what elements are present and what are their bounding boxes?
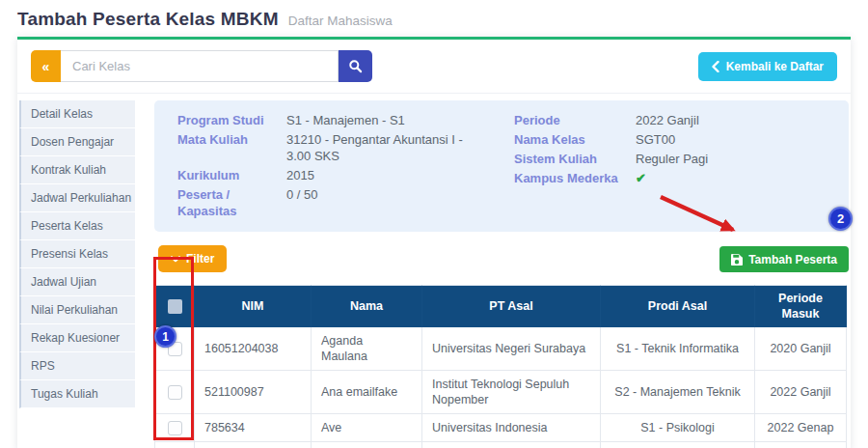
cell-nama: Ana emailfake <box>312 371 422 414</box>
sidebar-item-kontrak-kuliah[interactable]: Kontrak Kuliah <box>19 156 135 184</box>
filter-button-label: Filter <box>186 252 214 266</box>
info-value: 0 / 50 <box>286 186 318 219</box>
checkbox-cell <box>155 442 195 448</box>
cell-nama: CAMILA ROJIDO <box>312 442 422 448</box>
select-all-header-cell <box>155 286 195 327</box>
info-value: SGT00 <box>636 131 675 148</box>
info-label: Nama Kelas <box>514 131 636 148</box>
info-value: 2015 <box>286 167 314 183</box>
header-prodi-asal: Prodi Asal <box>601 286 755 327</box>
cell-prodi: S1 - Teknik Informatika <box>601 327 755 371</box>
table-row: 23317CAMILA ROJIDOUniversitas Gadjah Mad… <box>155 442 847 448</box>
cell-pt: Institut Teknologi Sepuluh Nopember <box>422 371 601 414</box>
content-area: Detail KelasDosen PengajarKontrak Kuliah… <box>17 94 851 448</box>
info-row: Periode2022 Ganjil <box>514 112 826 128</box>
table-row: 785634AveUniversitas IndonesiaS1 - Psiko… <box>155 414 847 442</box>
sidebar-item-rps[interactable]: RPS <box>19 352 135 380</box>
cell-nama: Aganda Maulana <box>312 327 422 371</box>
class-info-right-column: Periode2022 GanjilNama KelasSGT00Sistem … <box>514 112 826 222</box>
students-table: NIM Nama PT Asal Prodi Asal Periode Masu… <box>154 285 847 448</box>
page-header: Tambah Peserta Kelas MBKM Daftar Mahasis… <box>0 0 868 37</box>
info-row: Sistem KuliahReguler Pagi <box>514 151 826 167</box>
cell-prodi: S1 - Penyuluhan dan Komunikasi Pertanian <box>601 442 755 448</box>
info-row: Peserta / Kapasitas0 / 50 <box>177 186 489 219</box>
cell-nim: 23317 <box>195 442 312 448</box>
collapse-sidebar-button[interactable]: « <box>31 50 61 82</box>
class-search-group: « <box>31 50 372 82</box>
header-pt-asal: PT Asal <box>422 286 601 327</box>
cell-periode: 2022 Genap <box>755 414 847 442</box>
cell-periode: 2022 Ganjil <box>755 371 847 414</box>
sidebar-item-dosen-pengajar[interactable]: Dosen Pengajar <box>19 128 135 156</box>
info-label: Kampus Mederka <box>514 170 636 186</box>
info-row: Nama KelasSGT00 <box>514 131 826 148</box>
sidebar-item-detail-kelas[interactable]: Detail Kelas <box>19 100 135 128</box>
add-participant-button[interactable]: Tambah Peserta <box>719 246 849 272</box>
table-row: 16051204038Aganda MaulanaUniversitas Neg… <box>155 327 847 371</box>
check-icon: ✔ <box>636 170 646 186</box>
search-icon <box>348 59 363 73</box>
annotation-step-1-badge: 1 <box>154 325 176 348</box>
page-title: Tambah Peserta Kelas MBKM <box>17 9 279 30</box>
sidebar: Detail KelasDosen PengajarKontrak Kuliah… <box>19 100 135 448</box>
row-checkbox[interactable] <box>168 421 182 435</box>
info-value: 2022 Ganjil <box>636 112 699 128</box>
table-header-row: NIM Nama PT Asal Prodi Asal Periode Masu… <box>155 286 847 327</box>
toolbar: « Kembali k <box>17 40 851 94</box>
search-button[interactable] <box>339 50 372 82</box>
chevron-down-icon <box>171 256 180 263</box>
select-all-checkbox[interactable] <box>168 299 182 314</box>
info-row: Program StudiS1 - Manajemen - S1 <box>177 112 489 128</box>
table-row: 521100987Ana emailfakeInstitut Teknologi… <box>155 371 847 414</box>
info-label: Mata Kuliah <box>177 131 286 164</box>
chevron-left-icon <box>712 61 719 72</box>
cell-periode: 2022 Ganjil <box>755 442 847 448</box>
students-table-wrap: NIM Nama PT Asal Prodi Asal Periode Masu… <box>154 285 849 448</box>
cell-pt: Universitas Gadjah Mada <box>422 442 601 448</box>
cell-pt: Universitas Indonesia <box>422 414 601 442</box>
class-info-left-column: Program StudiS1 - Manajemen - S1Mata Kul… <box>177 112 489 222</box>
header-periode-masuk: Periode Masuk <box>755 286 847 327</box>
info-label: Sistem Kuliah <box>514 151 636 167</box>
double-chevron-left-icon: « <box>42 59 50 74</box>
page-subtitle: Daftar Mahasiswa <box>288 14 393 28</box>
main-panel: Program StudiS1 - Manajemen - S1Mata Kul… <box>154 100 849 448</box>
checkbox-cell <box>155 371 195 414</box>
cell-nim: 16051204038 <box>195 327 312 371</box>
cell-nim: 785634 <box>195 414 312 442</box>
cell-prodi: S1 - Psikologi <box>601 414 755 442</box>
sidebar-item-presensi-kelas[interactable]: Presensi Kelas <box>19 240 135 268</box>
annotation-step-2-badge: 2 <box>828 207 853 231</box>
students-table-body: 16051204038Aganda MaulanaUniversitas Neg… <box>155 327 847 448</box>
cell-nama: Ave <box>312 414 422 442</box>
filter-button[interactable]: Filter <box>158 245 227 272</box>
actions-row: Filter Tambah Peserta <box>154 245 849 272</box>
cell-nim: 521100987 <box>195 371 312 414</box>
save-disk-icon <box>731 254 743 266</box>
info-label: Periode <box>514 112 636 128</box>
back-to-list-button[interactable]: Kembali ke Daftar <box>698 52 837 81</box>
main-card: « Kembali k <box>17 37 851 448</box>
sidebar-item-rekap-kuesioner[interactable]: Rekap Kuesioner <box>19 324 135 352</box>
sidebar-item-nilai-perkuliahan[interactable]: Nilai Perkuliahan <box>19 296 135 324</box>
back-button-label: Kembali ke Daftar <box>726 60 824 73</box>
info-label: Peserta / Kapasitas <box>177 186 286 219</box>
info-value: Reguler Pagi <box>636 151 708 167</box>
class-info-panel: Program StudiS1 - Manajemen - S1Mata Kul… <box>154 100 849 232</box>
search-input[interactable] <box>61 50 339 82</box>
sidebar-item-jadwal-perkuliahan[interactable]: Jadwal Perkuliahan <box>19 184 135 212</box>
cell-periode: 2020 Ganjil <box>755 327 847 371</box>
app-window: Tambah Peserta Kelas MBKM Daftar Mahasis… <box>0 0 868 448</box>
info-value: 31210 - Pengantar Akuntansi I - 3.00 SKS <box>286 131 489 164</box>
sidebar-item-jadwal-ujian[interactable]: Jadwal Ujian <box>19 268 135 296</box>
header-nim: NIM <box>195 286 312 327</box>
sidebar-item-peserta-kelas[interactable]: Peserta Kelas <box>19 212 135 240</box>
info-value: S1 - Manajemen - S1 <box>286 112 405 128</box>
add-participant-label: Tambah Peserta <box>748 253 837 266</box>
info-row: Kampus Mederka✔ <box>514 170 826 186</box>
header-nama: Nama <box>312 286 422 327</box>
cell-prodi: S2 - Manajemen Teknik <box>601 371 755 414</box>
row-checkbox[interactable] <box>168 385 182 400</box>
info-row: Mata Kuliah31210 - Pengantar Akuntansi I… <box>177 131 489 164</box>
sidebar-item-tugas-kuliah[interactable]: Tugas Kuliah <box>19 380 135 408</box>
